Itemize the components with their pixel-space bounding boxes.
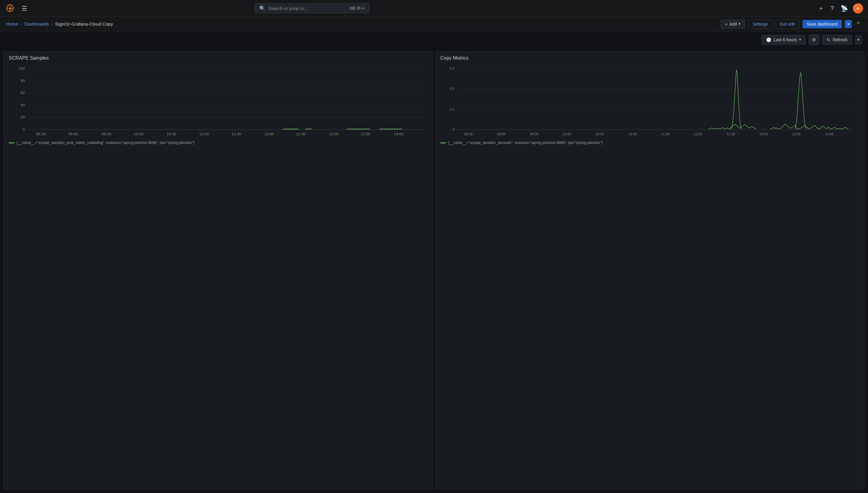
save-dropdown-icon: ▾ xyxy=(848,22,849,26)
svg-text:11:30: 11:30 xyxy=(661,132,669,136)
scrape-samples-legend: {__name__="scrape_samples_post_metric_re… xyxy=(9,139,428,146)
breadcrumb-separator-1: › xyxy=(20,21,22,26)
scrape-samples-svg: 100 80 60 40 20 0 08:30 09:00 09:30 10:0… xyxy=(9,66,428,138)
time-range-dropdown-icon: ▾ xyxy=(799,38,801,42)
panels-area: SCRAPE Samples 100 80 60 40 20 xyxy=(0,48,868,493)
scrape-samples-legend-color xyxy=(9,143,14,143)
svg-text:12:30: 12:30 xyxy=(296,132,305,136)
svg-text:09:00: 09:00 xyxy=(497,132,506,136)
svg-text:11:00: 11:00 xyxy=(199,132,209,136)
new-item-button[interactable]: ＋ xyxy=(816,2,826,14)
collapse-button[interactable]: ^ xyxy=(855,20,862,28)
refresh-dropdown-icon: ▾ xyxy=(857,38,859,42)
user-avatar-button[interactable]: A xyxy=(853,3,863,14)
zoom-out-button[interactable]: ⊖ xyxy=(809,34,819,45)
time-range-label: Last 6 hours xyxy=(774,37,797,42)
save-dashboard-dropdown-button[interactable]: ▾ xyxy=(845,20,852,28)
search-shortcut-label: ⌨ ⌘+k xyxy=(350,6,365,10)
svg-text:13:00: 13:00 xyxy=(329,132,338,136)
copy-metrics-legend: {__name__="scrape_duration_seconds", ins… xyxy=(441,139,860,146)
grafana-logo-icon xyxy=(5,3,16,14)
save-dashboard-button[interactable]: Save dashboard xyxy=(803,20,842,28)
svg-text:100: 100 xyxy=(18,67,25,70)
breadcrumb-bar: Home › Dashboards › SignOz-Grafana-Cloud… xyxy=(0,17,868,31)
dashboard-actions: + Add ▾ Settings Exit edit Save dashboar… xyxy=(721,20,862,28)
refresh-label: Refresh xyxy=(833,37,848,42)
search-bar[interactable]: 🔍 Search or jump to... ⌨ ⌘+k xyxy=(255,3,369,13)
zoom-out-icon: ⊖ xyxy=(812,37,816,42)
copy-metrics-chart: 0.3 0.2 0.1 0 08:30 09:00 09:30 10:00 10… xyxy=(441,66,860,488)
svg-text:10:00: 10:00 xyxy=(563,132,571,136)
scrape-samples-chart: 100 80 60 40 20 0 08:30 09:00 09:30 10:0… xyxy=(9,66,428,488)
add-dropdown-icon: ▾ xyxy=(739,22,741,26)
scrape-samples-legend-text: {__name__="scrape_samples_post_metric_re… xyxy=(17,141,195,145)
news-button[interactable]: 📡 xyxy=(839,3,850,14)
svg-text:60: 60 xyxy=(20,91,25,95)
search-icon: 🔍 xyxy=(259,5,265,11)
settings-button[interactable]: Settings xyxy=(748,20,772,28)
exit-edit-button[interactable]: Exit edit xyxy=(775,20,800,28)
search-placeholder-text: Search or jump to... xyxy=(268,6,308,11)
help-icon: ? xyxy=(831,5,834,12)
svg-text:13:30: 13:30 xyxy=(792,132,801,136)
svg-text:11:30: 11:30 xyxy=(231,132,241,136)
svg-text:12:00: 12:00 xyxy=(264,132,274,136)
help-button[interactable]: ? xyxy=(829,3,836,14)
refresh-icon: ↻ xyxy=(827,37,830,42)
avatar-initials: A xyxy=(856,6,859,10)
svg-text:0: 0 xyxy=(452,128,455,131)
menu-icon: ☰ xyxy=(22,5,27,12)
svg-text:12:30: 12:30 xyxy=(727,132,735,136)
svg-text:09:00: 09:00 xyxy=(68,132,78,136)
svg-point-1 xyxy=(9,7,11,9)
svg-text:20: 20 xyxy=(20,115,25,119)
add-icon: + xyxy=(725,22,727,26)
svg-text:11:00: 11:00 xyxy=(628,132,637,136)
breadcrumb-dashboards-link[interactable]: Dashboards xyxy=(24,21,49,26)
time-range-picker-button[interactable]: 🕐 Last 6 hours ▾ xyxy=(762,35,806,45)
keyboard-icon: ⌨ xyxy=(350,6,356,10)
plus-icon: ＋ xyxy=(818,5,824,12)
svg-text:13:00: 13:00 xyxy=(759,132,768,136)
copy-metrics-legend-text: {__name__="scrape_duration_seconds", ins… xyxy=(448,141,603,145)
scrape-samples-panel: SCRAPE Samples 100 80 60 40 20 xyxy=(4,51,433,489)
add-panel-button[interactable]: + Add ▾ xyxy=(721,20,745,28)
time-controls-toolbar: 🕐 Last 6 hours ▾ ⊖ ↻ Refresh ▾ xyxy=(0,31,868,48)
svg-text:10:00: 10:00 xyxy=(134,132,143,136)
refresh-button[interactable]: ↻ Refresh xyxy=(822,35,852,45)
copy-metrics-panel: Copy Metrics 0.3 0.2 0.1 0 xyxy=(436,51,865,489)
svg-text:14:00: 14:00 xyxy=(825,132,833,136)
svg-text:0.2: 0.2 xyxy=(449,87,454,90)
clock-icon: 🕐 xyxy=(766,37,771,42)
svg-text:0.1: 0.1 xyxy=(449,108,454,111)
breadcrumb-home-link[interactable]: Home xyxy=(6,21,18,26)
refresh-dropdown-button[interactable]: ▾ xyxy=(855,35,862,44)
copy-metrics-panel-content: 0.3 0.2 0.1 0 08:30 09:00 09:30 10:00 10… xyxy=(436,63,864,489)
svg-text:0.3: 0.3 xyxy=(449,67,454,70)
svg-text:12:00: 12:00 xyxy=(694,132,702,136)
breadcrumb-separator-2: › xyxy=(51,21,53,26)
copy-metrics-svg: 0.3 0.2 0.1 0 08:30 09:00 09:30 10:00 10… xyxy=(441,66,860,138)
rss-icon: 📡 xyxy=(841,5,848,12)
svg-text:08:30: 08:30 xyxy=(464,132,472,136)
svg-text:10:30: 10:30 xyxy=(596,132,604,136)
svg-text:80: 80 xyxy=(20,79,25,83)
breadcrumb-current-page: SignOz-Grafana-Cloud Copy xyxy=(55,21,113,26)
svg-text:14:00: 14:00 xyxy=(394,132,403,136)
top-navigation: ☰ 🔍 Search or jump to... ⌨ ⌘+k ＋ ? 📡 A xyxy=(0,0,868,17)
svg-text:10:30: 10:30 xyxy=(167,132,176,136)
nav-right-actions: ＋ ? 📡 A xyxy=(816,2,863,14)
svg-text:08:30: 08:30 xyxy=(36,132,46,136)
svg-text:09:30: 09:30 xyxy=(530,132,539,136)
svg-text:13:30: 13:30 xyxy=(361,132,370,136)
svg-text:09:30: 09:30 xyxy=(102,132,111,136)
svg-text:40: 40 xyxy=(20,103,25,107)
scrape-samples-panel-content: 100 80 60 40 20 0 08:30 09:00 09:30 10:0… xyxy=(4,63,432,489)
copy-metrics-panel-title: Copy Metrics xyxy=(436,52,864,63)
svg-text:0: 0 xyxy=(23,128,25,132)
copy-metrics-legend-color xyxy=(441,143,446,143)
scrape-samples-panel-title: SCRAPE Samples xyxy=(4,52,432,63)
hamburger-menu-button[interactable]: ☰ xyxy=(19,2,29,15)
